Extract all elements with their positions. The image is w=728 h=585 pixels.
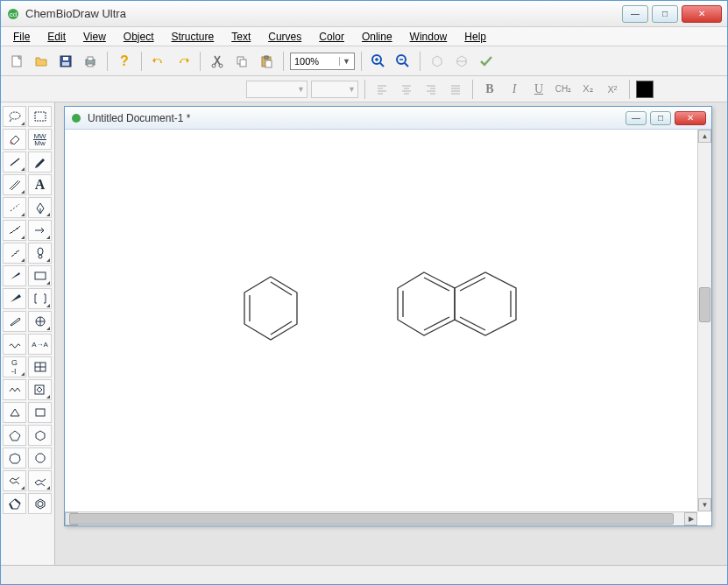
wavy-bond-tool[interactable]: [3, 334, 26, 355]
arrow-tool[interactable]: [28, 220, 52, 241]
cyclohexane-tool[interactable]: [28, 425, 52, 446]
naphthalene-structure[interactable]: [389, 265, 529, 344]
formula-button[interactable]: CH₂: [553, 79, 574, 100]
dashed-bond-tool[interactable]: [3, 197, 26, 218]
italic-button[interactable]: I: [504, 79, 525, 100]
svg-point-54: [38, 248, 43, 255]
cyclopentane-tool[interactable]: [3, 425, 26, 446]
pen-tool[interactable]: [28, 152, 52, 173]
align-justify-icon[interactable]: [445, 79, 466, 100]
align-left-icon[interactable]: [371, 79, 392, 100]
cyclooctane-tool[interactable]: [28, 448, 52, 469]
svg-point-76: [72, 114, 81, 123]
align-right-icon[interactable]: [421, 79, 442, 100]
copy-icon[interactable]: [231, 51, 252, 72]
wedge-hash-tool[interactable]: [3, 243, 26, 264]
align-center-icon[interactable]: [396, 79, 417, 100]
statusbar: [1, 565, 727, 584]
multi-bond-tool[interactable]: [3, 174, 26, 195]
chair-alt-tool[interactable]: [28, 470, 52, 491]
zoom-out-icon[interactable]: [392, 51, 413, 72]
redo-icon[interactable]: [173, 51, 194, 72]
cyclobutane-tool[interactable]: [28, 402, 52, 423]
superscript-button[interactable]: X²: [602, 79, 623, 100]
fraction-tool[interactable]: MWMw: [28, 129, 52, 150]
cyclopentadiene-tool[interactable]: [3, 493, 26, 514]
chemical-symbol-tool[interactable]: [28, 311, 52, 332]
nib-pen-tool[interactable]: [28, 197, 52, 218]
menu-edit[interactable]: Edit: [40, 29, 73, 45]
font-size-combo[interactable]: ▼: [311, 81, 358, 98]
doc-maximize-button[interactable]: □: [650, 111, 671, 125]
drawing-canvas[interactable]: [65, 130, 711, 525]
hash-bond-tool[interactable]: [3, 220, 26, 241]
zoom-combo[interactable]: 100%▼: [290, 53, 355, 70]
minimize-button[interactable]: —: [622, 5, 648, 23]
lasso-tool[interactable]: [3, 106, 26, 127]
text-tool[interactable]: A: [28, 174, 52, 195]
save-icon[interactable]: [55, 51, 76, 72]
undo-icon[interactable]: [148, 51, 169, 72]
font-family-combo[interactable]: ▼: [246, 81, 307, 98]
subscript-button[interactable]: X₂: [577, 79, 598, 100]
orbital-tool[interactable]: [28, 243, 52, 264]
solid-bond-tool[interactable]: [3, 152, 26, 173]
menu-object[interactable]: Object: [117, 29, 161, 45]
menu-online[interactable]: Online: [355, 29, 399, 45]
atom-reaction-tool[interactable]: A→A: [28, 334, 52, 355]
scroll-right-button[interactable]: ▶: [684, 512, 697, 525]
hollow-wedge-tool[interactable]: [3, 311, 26, 332]
chair-tool[interactable]: [3, 470, 26, 491]
vertical-scroll-thumb[interactable]: [699, 287, 710, 322]
svg-line-73: [10, 504, 12, 509]
document-titlebar[interactable]: Untitled Document-1 * — □ ✕: [65, 107, 711, 130]
close-button[interactable]: ✕: [682, 5, 722, 23]
doc-close-button[interactable]: ✕: [675, 111, 706, 125]
print-icon[interactable]: [80, 51, 101, 72]
cyclopropane-tool[interactable]: [3, 402, 26, 423]
help-icon[interactable]: ?: [114, 51, 135, 72]
menu-file[interactable]: File: [6, 29, 37, 45]
table-tool[interactable]: [28, 356, 52, 377]
menu-view[interactable]: View: [76, 29, 113, 45]
chain-tool[interactable]: [3, 379, 26, 400]
menu-window[interactable]: Window: [403, 29, 455, 45]
menu-structure[interactable]: Structure: [165, 29, 222, 45]
doc-minimize-button[interactable]: —: [626, 111, 647, 125]
benzene-tool[interactable]: [28, 493, 52, 514]
bold-wedge-tool[interactable]: [3, 288, 26, 309]
menu-color[interactable]: Color: [312, 29, 351, 45]
check-icon[interactable]: [476, 51, 497, 72]
horizontal-scroll-thumb[interactable]: [69, 513, 674, 525]
clean-structure-icon[interactable]: [427, 51, 448, 72]
query-tool[interactable]: G-I: [3, 356, 26, 377]
menu-curves[interactable]: Curves: [261, 29, 308, 45]
bold-button[interactable]: B: [479, 79, 500, 100]
bracket-tool[interactable]: [28, 288, 52, 309]
horizontal-scrollbar[interactable]: ◀ ▶: [65, 511, 697, 525]
analyze-icon[interactable]: [451, 51, 472, 72]
tool-palette: MWMw A: [1, 102, 55, 565]
zoom-in-icon[interactable]: [368, 51, 389, 72]
underline-button[interactable]: U: [528, 79, 549, 100]
vertical-scrollbar[interactable]: ▲ ▼: [697, 130, 711, 511]
scroll-down-button[interactable]: ▼: [698, 498, 711, 511]
marquee-tool[interactable]: [28, 106, 52, 127]
wedge-bond-tool[interactable]: [3, 265, 26, 286]
benzene-structure[interactable]: [236, 270, 306, 349]
open-folder-icon[interactable]: [31, 51, 52, 72]
new-file-icon[interactable]: [6, 51, 27, 72]
maximize-button[interactable]: □: [652, 5, 678, 23]
menu-text[interactable]: Text: [224, 29, 258, 45]
menu-help[interactable]: Help: [457, 29, 493, 45]
eraser-tool[interactable]: [3, 129, 26, 150]
svg-point-75: [38, 502, 43, 507]
rectangle-tool[interactable]: [28, 265, 52, 286]
color-swatch[interactable]: [636, 81, 654, 98]
cut-icon[interactable]: [207, 51, 228, 72]
paste-icon[interactable]: [256, 51, 277, 72]
svg-line-47: [11, 204, 19, 211]
cycloheptane-tool[interactable]: [3, 448, 26, 469]
scroll-up-button[interactable]: ▲: [698, 130, 711, 143]
template-tool[interactable]: [28, 379, 52, 400]
